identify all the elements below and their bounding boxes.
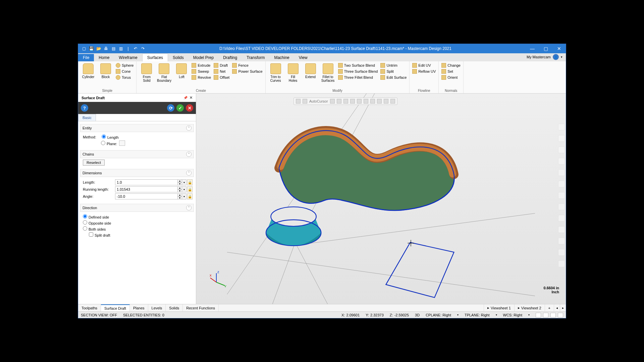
length-field[interactable]	[115, 179, 178, 185]
ok-button[interactable]: ✓	[176, 104, 184, 112]
status-icon-a[interactable]	[536, 313, 541, 317]
close-button[interactable]: ✕	[552, 44, 566, 53]
rs-d-icon[interactable]	[558, 249, 565, 256]
btab-recent[interactable]: Recent Functions	[183, 304, 219, 311]
three-blend-button[interactable]: Three Surface Blend	[337, 69, 379, 74]
angle-input[interactable]: ▲▼ ▾ 🔒	[115, 193, 193, 199]
flat-boundary-button[interactable]: Flat Boundary	[156, 63, 172, 83]
length-input[interactable]: ▲▼ ▾ 🔒	[115, 179, 193, 185]
chevron-down-icon[interactable]: ▾	[496, 313, 497, 316]
tool9-icon[interactable]	[384, 99, 388, 104]
viewsheet1-tab[interactable]: ▸Viewsheet 1	[484, 304, 514, 311]
panel-close-icon[interactable]: ✕	[190, 96, 193, 100]
running-length-field[interactable]	[115, 186, 178, 192]
power-surface-button[interactable]: Power Surface	[231, 69, 263, 74]
spin-down-icon[interactable]: ▼	[177, 182, 182, 185]
snap-icon[interactable]	[296, 99, 301, 104]
section-view-status[interactable]: SECTION VIEW: OFF	[81, 313, 117, 317]
btab-levels[interactable]: Levels	[148, 304, 166, 311]
minimize-button[interactable]: —	[526, 44, 539, 53]
revolve-button[interactable]: Revolve	[191, 75, 212, 80]
tool5-icon[interactable]	[357, 99, 362, 104]
print-icon[interactable]: 🖶	[104, 46, 108, 51]
spin-up-icon[interactable]: ▲	[177, 193, 182, 196]
redo-icon[interactable]: ↷	[141, 46, 145, 51]
extrude-button[interactable]: Extrude	[191, 63, 212, 68]
orient-button[interactable]: Orient	[441, 75, 461, 80]
loft-button[interactable]: Loft	[173, 63, 190, 79]
view-mode-3d[interactable]: 3D	[415, 313, 420, 317]
file-menu[interactable]: File	[78, 54, 94, 61]
lock-icon[interactable]: 🔒	[187, 186, 193, 192]
method-length-radio[interactable]: Length	[102, 134, 119, 139]
untrim-button[interactable]: Untrim	[380, 63, 407, 68]
running-length-input[interactable]: ▲▼ ▾ 🔒	[115, 186, 193, 192]
spin-up-icon[interactable]: ▲	[177, 179, 182, 182]
tool6-icon[interactable]	[364, 99, 368, 104]
split-button[interactable]: Split	[380, 69, 407, 74]
tab-solids[interactable]: Solids	[168, 54, 189, 61]
rs-view-icon[interactable]	[558, 192, 565, 199]
fill-holes-button[interactable]: Fill Holes	[285, 63, 301, 83]
spin-up-icon[interactable]: ▲	[177, 186, 182, 189]
viewport[interactable]: AutoCursor	[196, 94, 566, 304]
rs-c-icon[interactable]	[558, 238, 565, 244]
dropdown-icon[interactable]: ▾	[182, 186, 186, 192]
help-button[interactable]: ?	[81, 104, 88, 112]
rs-a-icon[interactable]	[558, 215, 565, 222]
tab-home[interactable]: Home	[94, 54, 114, 61]
tool2-icon[interactable]	[337, 99, 341, 104]
open-icon[interactable]: 📂	[96, 46, 101, 51]
tab-view[interactable]: View	[294, 54, 312, 61]
spin-down-icon[interactable]: ▼	[177, 196, 182, 199]
lock-icon[interactable]: 🔒	[187, 179, 193, 185]
tool10-icon[interactable]	[390, 99, 395, 104]
two-blend-button[interactable]: Two Surface Blend	[337, 63, 379, 68]
tool4-icon[interactable]	[350, 99, 355, 104]
defined-side-radio[interactable]: Defined side	[83, 214, 109, 219]
collapse-icon[interactable]: ˄	[186, 170, 192, 176]
sphere-button[interactable]: Sphere	[115, 63, 134, 68]
chevron-down-icon[interactable]: ▾	[457, 313, 459, 316]
tab-machine[interactable]: Machine	[269, 54, 294, 61]
angle-field[interactable]	[115, 193, 178, 199]
add-viewsheet-button[interactable]: +	[545, 304, 554, 311]
cylinder-button[interactable]: Cylinder	[80, 63, 96, 79]
reflow-uv-button[interactable]: Reflow UV	[412, 69, 436, 74]
fillet-surfaces-button[interactable]: Fillet to Surfaces	[320, 63, 336, 83]
cursor-icon[interactable]	[303, 99, 307, 104]
tab-wireframe[interactable]: Wireframe	[114, 54, 142, 61]
dropdown-icon[interactable]: ▾	[182, 193, 186, 199]
rs-pan-icon[interactable]	[558, 158, 565, 165]
three-fillet-button[interactable]: Three Fillet Blend	[337, 75, 379, 80]
cancel-button[interactable]: ✕	[186, 104, 193, 112]
rs-zoom-icon[interactable]	[558, 124, 565, 130]
apply-continue-button[interactable]: ⟳	[167, 104, 174, 112]
block-button[interactable]: Block	[98, 63, 114, 79]
both-sides-radio[interactable]: Both sides	[83, 226, 106, 231]
sweep-button[interactable]: Sweep	[191, 69, 212, 74]
status-icon-b[interactable]	[543, 313, 548, 317]
btab-planes[interactable]: Planes	[130, 304, 148, 311]
undo-icon[interactable]: ↶	[133, 46, 138, 51]
torus-button[interactable]: Torus	[115, 75, 134, 80]
rs-rotate-icon[interactable]	[558, 146, 565, 153]
opposite-side-radio[interactable]: Opposite side	[83, 220, 111, 225]
lock-icon[interactable]: 🔒	[187, 193, 193, 199]
offset-button[interactable]: Offset	[213, 75, 230, 80]
trim-curves-button[interactable]: Trim to Curves	[268, 63, 284, 83]
panel-tab-basic[interactable]: Basic	[78, 114, 96, 121]
edit-surface-button[interactable]: Edit Surface	[380, 75, 407, 80]
rs-fit-icon[interactable]	[558, 135, 565, 142]
scroll-right-icon[interactable]: ▸	[560, 304, 566, 311]
tab-surfaces[interactable]: Surfaces	[142, 54, 168, 61]
spin-down-icon[interactable]: ▼	[177, 189, 182, 192]
extend-button[interactable]: Extend	[303, 63, 319, 79]
change-button[interactable]: Change	[441, 63, 461, 68]
rs-b-icon[interactable]	[558, 226, 565, 233]
pin-icon[interactable]: 📌	[183, 96, 187, 100]
draft-button[interactable]: Draft	[213, 63, 230, 68]
btab-toolpaths[interactable]: Toolpaths	[78, 304, 101, 311]
tplane-status[interactable]: TPLANE: Right	[465, 313, 490, 317]
edit-uv-button[interactable]: Edit UV	[412, 63, 436, 68]
